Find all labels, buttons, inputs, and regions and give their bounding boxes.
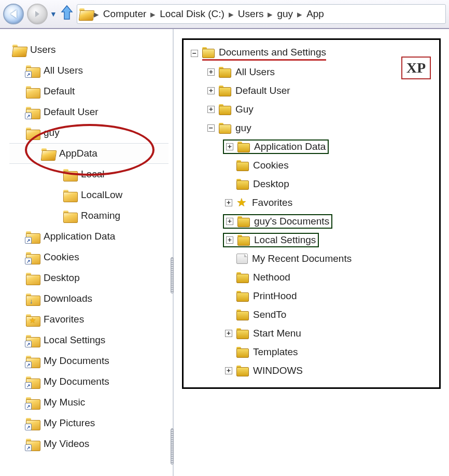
tree-item[interactable]: ★Favorites bbox=[9, 309, 173, 330]
tree-label: My Recent Documents bbox=[252, 253, 352, 264]
tree-item[interactable]: ↗Application Data bbox=[9, 226, 173, 247]
folder-icon bbox=[236, 291, 249, 301]
collapse-icon[interactable]: − bbox=[207, 124, 215, 132]
expand-icon[interactable]: + bbox=[207, 106, 215, 113]
tree-item[interactable]: ↗All Users bbox=[9, 60, 173, 81]
tree-item[interactable]: +★Favorites bbox=[191, 193, 432, 212]
spacer bbox=[225, 255, 232, 262]
expand-icon[interactable]: + bbox=[207, 68, 215, 76]
tree-item[interactable]: AppData bbox=[9, 143, 169, 164]
spacer bbox=[225, 348, 232, 356]
folder-icon bbox=[237, 235, 250, 245]
tree-label: All Users bbox=[235, 66, 275, 78]
tree-item[interactable]: ↗Local Settings bbox=[9, 330, 173, 351]
breadcrumb-segment[interactable]: Users bbox=[235, 7, 267, 21]
tree-item[interactable]: Desktop bbox=[9, 268, 173, 288]
tree-item[interactable]: Templates bbox=[191, 343, 432, 361]
chevron-right-icon: ▸ bbox=[268, 8, 273, 20]
tree-item[interactable]: My Recent Documents bbox=[191, 249, 432, 268]
shortcut-overlay-icon: ↗ bbox=[25, 71, 32, 78]
tree-label: WINDOWS bbox=[253, 365, 303, 376]
folder-icon bbox=[236, 328, 249, 339]
tree-label: Favorites bbox=[44, 314, 84, 325]
tree-item[interactable]: ↓Downloads bbox=[9, 288, 173, 309]
expand-icon[interactable]: + bbox=[226, 236, 233, 244]
folder-icon bbox=[219, 123, 231, 133]
tree-label: Templates bbox=[253, 346, 298, 358]
tree-item[interactable]: PrintHood bbox=[191, 287, 432, 305]
tree-label: Users bbox=[30, 44, 56, 55]
folder-icon bbox=[26, 85, 40, 97]
tree-item[interactable]: ↗Cookies bbox=[9, 247, 173, 268]
expand-icon[interactable]: + bbox=[225, 199, 232, 206]
tree-item[interactable]: ↗My Music bbox=[9, 392, 173, 413]
collapse-icon[interactable]: − bbox=[191, 50, 198, 57]
tree-item[interactable]: ↗My Pictures bbox=[9, 413, 173, 433]
breadcrumb-segment[interactable]: Local Disk (C:) bbox=[157, 7, 228, 21]
folder-icon bbox=[12, 44, 27, 56]
expand-icon[interactable]: + bbox=[226, 218, 233, 225]
tree-item[interactable]: +Default User bbox=[191, 81, 432, 100]
up-one-level-button[interactable] bbox=[60, 4, 74, 25]
address-bar[interactable]: ▸ Computer▸Local Disk (C:)▸Users▸guy▸App bbox=[77, 4, 446, 24]
folder-icon bbox=[236, 310, 249, 320]
breadcrumb-segment[interactable]: App bbox=[303, 7, 327, 21]
shortcut-overlay-icon: ↗ bbox=[25, 258, 32, 264]
folder-icon bbox=[237, 142, 250, 152]
tree-item[interactable]: ↗My Documents bbox=[9, 371, 173, 392]
tree-item[interactable]: SendTo bbox=[191, 305, 432, 324]
expand-icon[interactable]: + bbox=[207, 87, 215, 94]
tree-item[interactable]: +guy's Documents bbox=[191, 212, 432, 231]
folder-icon bbox=[202, 47, 215, 58]
folder-icon: ★ bbox=[26, 313, 40, 326]
breadcrumb-segment[interactable]: guy bbox=[274, 7, 296, 21]
tree-item[interactable]: guy bbox=[9, 122, 173, 143]
back-button[interactable] bbox=[3, 4, 24, 24]
tree-item[interactable]: Cookies bbox=[191, 156, 432, 175]
folder-icon: ↗ bbox=[26, 251, 40, 263]
tree-item[interactable]: +Application Data bbox=[191, 137, 432, 156]
tree-item-documents-and-settings[interactable]: − Documents and Settings bbox=[191, 44, 432, 63]
tree-label: LocalLow bbox=[81, 189, 122, 201]
tree-item[interactable]: ↗My Videos bbox=[9, 433, 173, 454]
folder-icon: ↗ bbox=[26, 230, 40, 243]
folder-icon: ↗ bbox=[26, 396, 40, 409]
tree-item[interactable]: Desktop bbox=[191, 175, 432, 193]
expand-icon[interactable]: + bbox=[225, 367, 232, 374]
folder-icon: ↗ bbox=[26, 438, 40, 450]
folder-icon bbox=[219, 104, 231, 115]
content-pane: XP − Documents and Settings +All Users+D… bbox=[174, 29, 449, 476]
shortcut-overlay-icon: ↗ bbox=[25, 424, 32, 430]
tree-item[interactable]: +WINDOWS bbox=[191, 361, 432, 380]
tree-item[interactable]: −guy bbox=[191, 119, 432, 137]
tree-item[interactable]: +Guy bbox=[191, 100, 432, 119]
folder-icon bbox=[237, 216, 250, 227]
tree-item[interactable]: Default bbox=[9, 81, 173, 102]
shortcut-overlay-icon: ↗ bbox=[25, 403, 32, 410]
folder-icon bbox=[79, 7, 93, 21]
forward-button[interactable] bbox=[27, 4, 48, 24]
shortcut-overlay-icon: ↗ bbox=[25, 113, 32, 119]
tree-item-users[interactable]: Users bbox=[9, 39, 173, 60]
tree-item[interactable]: ↗My Documents bbox=[9, 351, 173, 371]
tree-item[interactable]: +Local Settings bbox=[191, 231, 432, 249]
tree-label: Application Data bbox=[44, 231, 115, 242]
tree-item[interactable]: Roaming bbox=[9, 205, 173, 226]
tree-item[interactable]: Nethood bbox=[191, 268, 432, 287]
expand-icon[interactable]: + bbox=[225, 330, 232, 337]
arrow-right-icon bbox=[34, 10, 41, 18]
tree-label: Default User bbox=[44, 106, 99, 118]
expand-icon[interactable]: + bbox=[226, 143, 233, 150]
spacer bbox=[225, 311, 232, 318]
tree-item[interactable]: +Start Menu bbox=[191, 324, 432, 343]
shortcut-overlay-icon: ↗ bbox=[25, 361, 32, 368]
recent-locations-dropdown[interactable]: ▼ bbox=[50, 10, 57, 18]
shortcut-overlay-icon: ↗ bbox=[25, 444, 32, 451]
chevron-right-icon: ▸ bbox=[229, 8, 234, 20]
spacer bbox=[225, 162, 232, 169]
tree-item[interactable]: +All Users bbox=[191, 63, 432, 81]
breadcrumb-segment[interactable]: Computer bbox=[100, 7, 149, 21]
tree-item[interactable]: ↗Default User bbox=[9, 102, 173, 122]
tree-item[interactable]: LocalLow bbox=[9, 185, 173, 205]
tree-item[interactable]: Local bbox=[9, 164, 173, 185]
